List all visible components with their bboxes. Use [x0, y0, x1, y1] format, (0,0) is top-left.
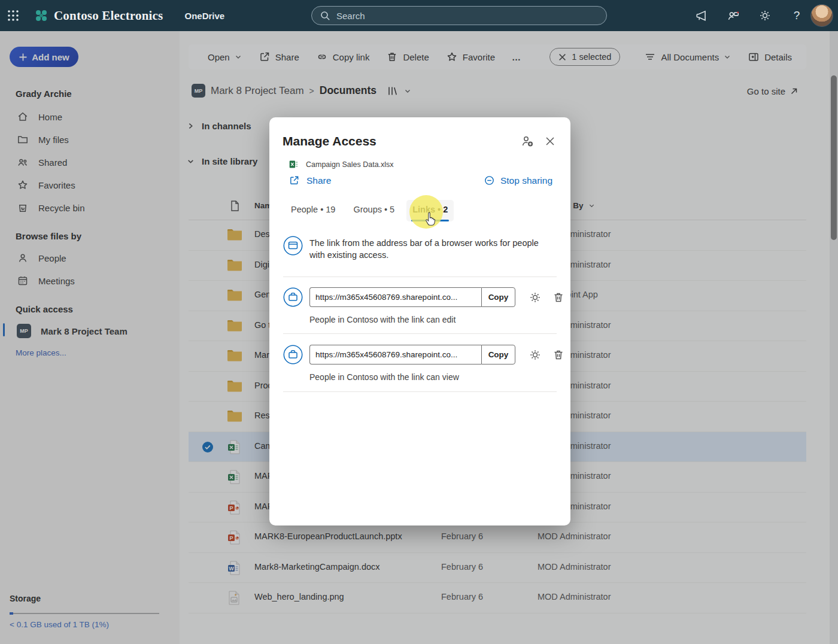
- copy-link-button[interactable]: Copy link: [308, 44, 378, 69]
- stop-sharing-button[interactable]: Stop sharing: [484, 175, 552, 186]
- view-selector-button[interactable]: All Documents: [636, 44, 739, 69]
- file-name[interactable]: Web_hero_landing.png: [254, 592, 344, 602]
- share-link-row: Copy: [283, 287, 565, 307]
- sidebar-item-meetings[interactable]: Meetings: [10, 269, 165, 292]
- app-launcher-icon[interactable]: [0, 0, 26, 31]
- file-name[interactable]: MARK8-EuropeanProductLaunch.pptx: [254, 531, 402, 541]
- existing-access-info: The link from the address bar of a brows…: [283, 236, 549, 261]
- storage-usage-link[interactable]: < 0.1 GB used of 1 TB (1%): [10, 620, 109, 629]
- excel-file-icon: [289, 159, 299, 169]
- details-button[interactable]: Details: [739, 44, 806, 69]
- breadcrumb: MP Mark 8 Project Team > Documents: [192, 84, 411, 98]
- dialog-tabs: People • 19 Groups • 5 Links • 2: [285, 200, 454, 221]
- share-button[interactable]: Share: [250, 44, 308, 69]
- folder-file-icon: [226, 348, 243, 364]
- favorite-button[interactable]: Favorite: [438, 44, 503, 69]
- product-name[interactable]: OneDrive: [185, 11, 225, 21]
- tab-links[interactable]: Links • 2: [406, 200, 454, 221]
- search-input[interactable]: Search: [311, 6, 607, 25]
- home-icon: [17, 111, 29, 123]
- grant-access-icon[interactable]: [520, 134, 535, 148]
- page-scrollbar: [830, 31, 838, 644]
- brand[interactable]: Contoso Electronics: [34, 8, 163, 23]
- clear-selection-button[interactable]: 1 selected: [549, 48, 620, 66]
- sidebar-item-my-files[interactable]: My files: [10, 128, 165, 151]
- breadcrumb-current[interactable]: Documents: [320, 84, 377, 97]
- close-icon[interactable]: [543, 134, 557, 148]
- link-permission-caption: People in Contoso with the link can edit: [309, 315, 456, 324]
- document-type-column-icon[interactable]: [229, 200, 240, 212]
- tab-groups[interactable]: Groups • 5: [347, 200, 400, 221]
- table-row[interactable]: WMark8-MarketingCampaign.docxFebruary 6M…: [189, 553, 806, 584]
- excel-file-icon: [226, 439, 243, 455]
- word-file-icon: W: [226, 560, 243, 576]
- share-link-url-input[interactable]: [309, 345, 481, 364]
- brand-name: Contoso Electronics: [54, 8, 163, 23]
- more-places-link[interactable]: More places...: [16, 348, 66, 357]
- group-in-site-library[interactable]: In site library: [187, 156, 257, 166]
- command-bar: Open Share Copy link Delete Favorite … 1…: [189, 44, 806, 69]
- table-row[interactable]: Web_hero_landing.pngFebruary 6MOD Admini…: [189, 583, 806, 613]
- ppt-file-icon: P: [226, 500, 243, 515]
- storage-progress-bar: [10, 613, 159, 614]
- excel-file-icon: [226, 469, 243, 485]
- dialog-file-row: Campaign Sales Data.xlsx: [289, 159, 394, 169]
- dismiss-icon: [558, 53, 566, 61]
- share-link-row: Copy: [283, 345, 565, 364]
- sidebar-item-favorites[interactable]: Favorites: [10, 174, 165, 196]
- svg-text:W: W: [229, 565, 234, 571]
- sidebar-item-people[interactable]: People: [10, 247, 165, 269]
- svg-text:P: P: [229, 535, 233, 541]
- delete-button[interactable]: Delete: [378, 44, 437, 69]
- chevron-down-icon[interactable]: [404, 87, 411, 95]
- folder-file-icon: [226, 379, 243, 394]
- library-view-icon[interactable]: [387, 86, 399, 96]
- announcements-icon[interactable]: [694, 8, 709, 23]
- link-settings-gear-icon[interactable]: [529, 291, 542, 304]
- feedback-icon[interactable]: [725, 8, 741, 23]
- file-modified-date: February 6: [441, 562, 483, 572]
- dialog-share-button[interactable]: Share: [289, 175, 331, 186]
- sidebar-item-home[interactable]: Home: [10, 105, 165, 128]
- file-modified-date: February 6: [441, 531, 483, 541]
- group-in-channels[interactable]: In channels: [187, 121, 251, 131]
- calendar-icon: [17, 275, 29, 287]
- settings-gear-icon[interactable]: [757, 8, 773, 23]
- delete-link-icon[interactable]: [552, 348, 565, 362]
- sidebar-quick-access-heading: Quick access: [16, 304, 73, 314]
- breadcrumb-team[interactable]: Mark 8 Project Team: [211, 85, 304, 97]
- help-icon[interactable]: ?: [789, 8, 804, 23]
- open-button[interactable]: Open: [189, 44, 250, 69]
- sidebar-user-heading: Grady Archie: [16, 89, 72, 99]
- person-icon: [17, 252, 29, 264]
- sidebar-item-shared[interactable]: Shared: [10, 151, 165, 174]
- link-settings-gear-icon[interactable]: [529, 348, 542, 362]
- team-badge[interactable]: MP: [192, 84, 205, 98]
- details-panel-icon: [748, 51, 760, 63]
- ppt-file-icon: P: [226, 530, 243, 545]
- chevron-down-icon: [187, 157, 195, 165]
- copy-link-button[interactable]: Copy: [481, 345, 515, 364]
- link-icon: [316, 51, 328, 63]
- selected-check-icon[interactable]: [202, 441, 214, 453]
- tab-people[interactable]: People • 19: [285, 200, 341, 221]
- delete-link-icon[interactable]: [552, 291, 565, 304]
- star-icon: [446, 51, 458, 63]
- more-commands-button[interactable]: …: [503, 44, 530, 69]
- copy-link-button[interactable]: Copy: [481, 287, 515, 307]
- team-badge: MP: [17, 324, 31, 338]
- top-app-bar: Contoso Electronics OneDrive Search ?: [0, 0, 838, 31]
- add-new-button[interactable]: Add new: [10, 47, 78, 67]
- go-to-site-link[interactable]: Go to site: [747, 86, 798, 96]
- sidebar-item-recycle-bin[interactable]: Recycle bin: [10, 196, 165, 219]
- sidebar-item-mark8-project-team[interactable]: MP Mark 8 Project Team: [10, 320, 165, 342]
- user-avatar[interactable]: [810, 4, 833, 27]
- search-icon: [320, 11, 330, 21]
- scrollbar-thumb[interactable]: [831, 75, 837, 240]
- table-row[interactable]: PMARK8-EuropeanProductLaunch.pptxFebruar…: [189, 523, 806, 553]
- share-link-url-input[interactable]: [309, 287, 481, 307]
- star-icon: [17, 179, 29, 191]
- file-name[interactable]: Mark8-MarketingCampaign.docx: [254, 562, 380, 572]
- people-icon: [17, 156, 29, 168]
- organization-link-icon: [283, 345, 303, 364]
